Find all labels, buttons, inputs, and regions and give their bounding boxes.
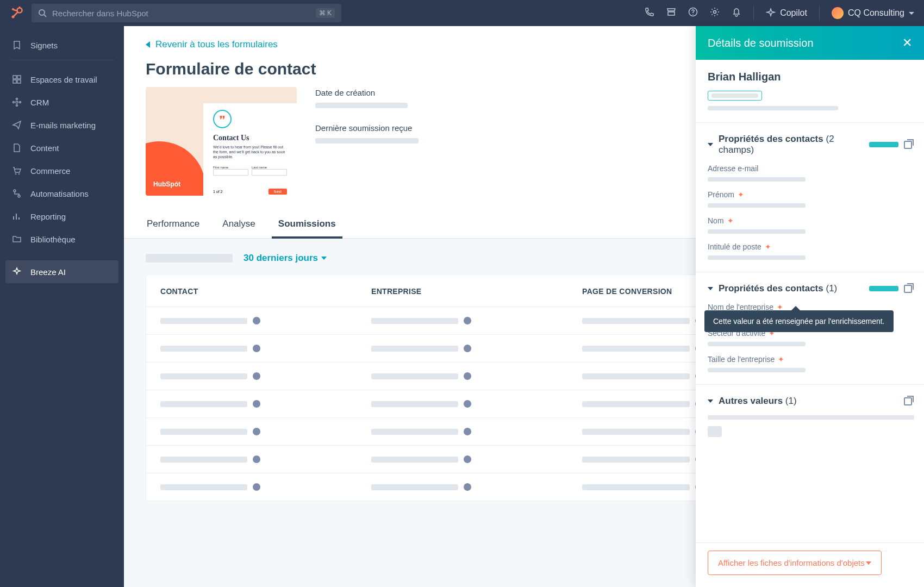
folder-icon (11, 233, 23, 245)
store-icon[interactable] (666, 7, 676, 19)
panel-header: Détails de soumission ✕ (696, 26, 924, 60)
svg-line-1 (14, 12, 18, 16)
svg-line-7 (44, 15, 46, 17)
section-toggle[interactable]: Propriétés des contacts (1) (708, 283, 837, 294)
chart-icon (11, 210, 23, 222)
period-filter[interactable]: 30 derniers jours (244, 253, 327, 264)
cart-icon (11, 165, 23, 177)
sidebar-item-crm[interactable]: CRM (5, 91, 118, 114)
created-date-field: Date de création (315, 88, 419, 108)
sidebar-item-automations[interactable]: Automatisations (5, 182, 118, 205)
svg-point-20 (15, 173, 16, 174)
chevron-down-icon (708, 399, 713, 403)
top-icons: Copilot CQ Consulting (645, 6, 914, 20)
help-icon[interactable] (688, 7, 698, 19)
tab-soumissions[interactable]: Soumissions (277, 211, 337, 238)
col-header-company: ENTREPRISE (371, 287, 582, 296)
submission-details-panel: Détails de soumission ✕ Brian Halligan P… (696, 26, 924, 587)
sparkle-icon: ✦ (765, 242, 771, 251)
send-icon (11, 119, 23, 131)
sidebar-item-commerce[interactable]: Commerce (5, 159, 118, 182)
svg-point-19 (16, 105, 18, 107)
sidebar-item-content[interactable]: Content (5, 136, 118, 159)
results-count-skeleton (146, 254, 233, 263)
bell-icon[interactable] (732, 7, 741, 19)
grid-icon (11, 73, 23, 85)
tab-analyse[interactable]: Analyse (221, 211, 256, 238)
external-link-icon[interactable] (904, 141, 912, 149)
file-icon (11, 142, 23, 154)
svg-point-16 (13, 102, 15, 103)
svg-rect-14 (17, 80, 21, 83)
svg-point-9 (692, 14, 694, 15)
divider (753, 6, 754, 20)
section-toggle[interactable]: Propriétés des contacts (2 champs) (708, 134, 869, 155)
property-field: Nom✦ (708, 216, 912, 234)
contact-tag (708, 91, 762, 101)
property-field: Intitulé de poste✦ (708, 242, 912, 260)
section-contact-properties-2: Propriétés des contacts (1) Nom de l'ent… (696, 272, 924, 385)
section-contact-properties-1: Propriétés des contacts (2 champs) Adres… (696, 123, 924, 272)
svg-point-18 (16, 98, 18, 100)
account-menu[interactable]: CQ Consulting (832, 7, 914, 19)
search-bar[interactable]: Rechercher dans HubSpot ⌘ K (32, 4, 341, 22)
sidebar-item-library[interactable]: Bibliothèque (5, 228, 118, 251)
svg-point-23 (18, 195, 20, 197)
svg-rect-11 (13, 76, 16, 79)
svg-point-2 (12, 16, 15, 18)
sidebar-item-breeze-ai[interactable]: Breeze AI (5, 260, 118, 283)
svg-point-21 (18, 173, 20, 174)
sidebar-item-email[interactable]: E-mails marketing (5, 114, 118, 136)
sidebar: Signets Espaces de travail CRM E-mails m… (0, 26, 124, 587)
property-field: Prénom✦ (708, 190, 912, 208)
settings-icon[interactable] (710, 7, 720, 19)
divider (819, 6, 820, 20)
last-submission-field: Dernière soumission reçue (315, 123, 419, 143)
tab-performance[interactable]: Performance (146, 211, 201, 238)
svg-rect-12 (17, 76, 21, 79)
form-preview: HubSpót ❜❜ Contact Us We'd love to hear … (146, 87, 297, 196)
chevron-down-icon (866, 561, 871, 565)
svg-point-22 (14, 190, 16, 192)
avatar (832, 7, 844, 19)
sidebar-item-workspaces[interactable]: Espaces de travail (5, 68, 118, 91)
sparkle-icon (11, 266, 23, 278)
chevron-down-icon (708, 287, 713, 290)
external-link-icon[interactable] (904, 285, 912, 293)
external-link-icon[interactable] (904, 397, 912, 405)
bookmark-icon (11, 39, 23, 51)
svg-point-15 (16, 101, 18, 103)
search-placeholder: Rechercher dans HubSpot (52, 9, 310, 18)
close-icon[interactable]: ✕ (902, 36, 912, 50)
quote-icon: ❜❜ (213, 110, 232, 128)
chevron-down-icon (909, 12, 914, 15)
enrichment-tooltip: Cette valeur a été renseignée par l'enri… (704, 310, 894, 332)
crm-icon (11, 96, 23, 108)
sparkle-icon: ✦ (738, 190, 744, 199)
show-records-button[interactable]: Afficher les fiches d'informations d'obj… (708, 551, 882, 575)
svg-point-17 (20, 102, 21, 103)
copilot-button[interactable]: Copilot (766, 8, 807, 18)
col-header-contact: CONTACT (160, 287, 371, 296)
contact-name: Brian Halligan (708, 71, 912, 83)
sidebar-item-signets[interactable]: Signets (5, 34, 118, 57)
sparkle-icon: ✦ (727, 216, 734, 225)
automation-icon (11, 188, 23, 199)
hubspot-logo[interactable] (10, 6, 24, 20)
sparkle-icon: ✦ (778, 355, 784, 364)
svg-rect-13 (13, 80, 16, 83)
search-shortcut: ⌘ K (316, 8, 335, 18)
sidebar-item-reporting[interactable]: Reporting (5, 205, 118, 228)
svg-point-6 (39, 10, 45, 15)
property-field: Taille de l'entreprise✦ (708, 355, 912, 372)
chevron-left-icon (146, 41, 150, 48)
section-other-values: Autres valeurs (1) (696, 385, 924, 459)
search-icon (38, 9, 47, 17)
chevron-down-icon (708, 143, 713, 146)
svg-point-10 (714, 11, 716, 14)
section-toggle[interactable]: Autres valeurs (1) (708, 396, 797, 407)
panel-title: Détails de soumission (708, 37, 814, 49)
property-field: Adresse e-mail (708, 164, 912, 182)
phone-icon[interactable] (645, 7, 654, 19)
topbar: Rechercher dans HubSpot ⌘ K Copilot CQ C… (0, 0, 924, 26)
